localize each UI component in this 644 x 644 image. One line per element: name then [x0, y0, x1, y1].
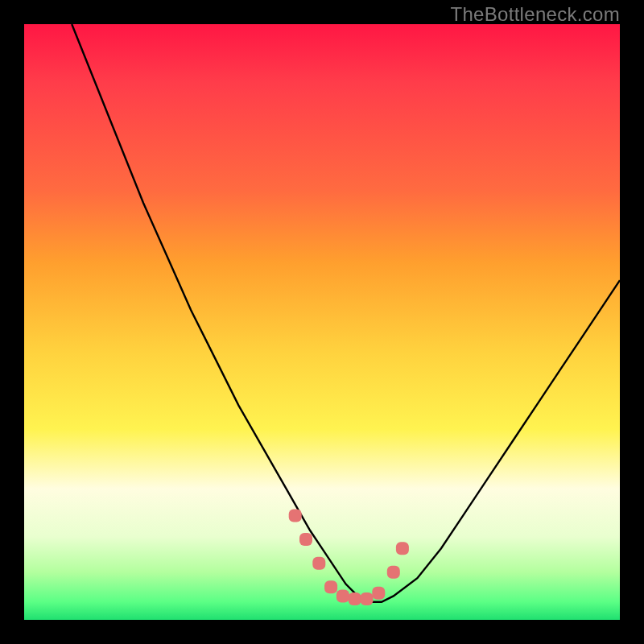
marker-dot: [312, 557, 325, 570]
marker-dot: [396, 542, 409, 555]
marker-dot: [387, 566, 400, 579]
marker-dot: [361, 592, 374, 605]
curve-layer: [24, 24, 620, 620]
marker-dot: [372, 587, 385, 600]
marker-dot: [299, 533, 312, 546]
marker-dot: [324, 580, 337, 593]
plot-area: [24, 24, 620, 620]
marker-dot: [289, 510, 302, 522]
chart-frame: TheBottleneck.com: [0, 0, 644, 644]
marker-dot: [349, 592, 361, 605]
marker-dot: [336, 589, 349, 602]
watermark-text: TheBottleneck.com: [450, 3, 620, 26]
bottleneck-curve: [72, 24, 620, 602]
